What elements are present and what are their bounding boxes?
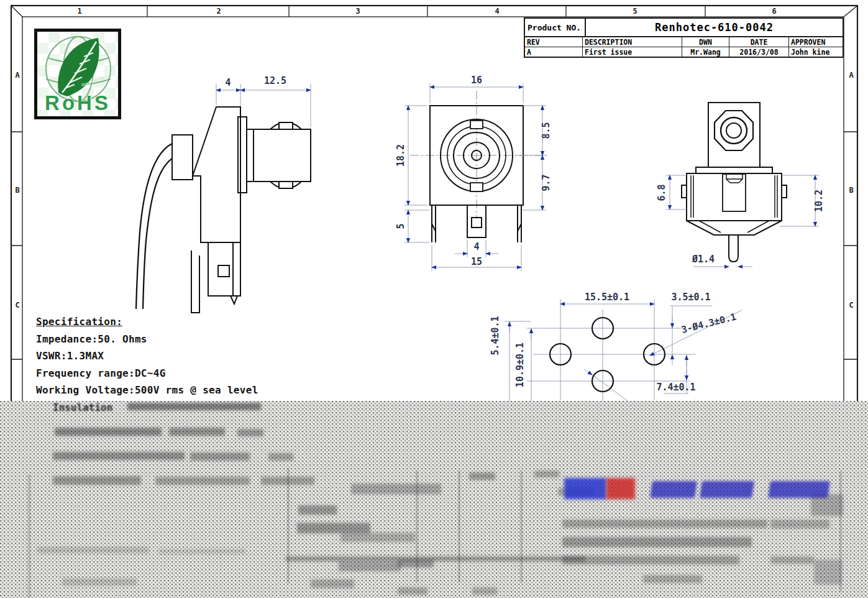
ghost-company-text [768, 481, 830, 498]
specification-block: Specification: Impedance:50. Ohms VSWR:1… [36, 316, 309, 402]
dwn-value: Mr.Wang [682, 47, 729, 57]
approven-value: John kine [789, 47, 843, 57]
header-date: DATE [729, 37, 789, 47]
dim-label-left-outer: 5.4±0.1 [490, 316, 501, 355]
dim-label-10-2: 10.2 [813, 190, 825, 212]
dim-label-18-2: 18.2 [395, 144, 406, 167]
dim-label-12-5: 12.5 [264, 75, 286, 86]
ghost-company-text [650, 481, 697, 498]
drawing-sheet: 1 2 3 4 5 6 A B C A B C Green Product Ro… [0, 0, 868, 598]
grid-col-label: 2 [213, 7, 224, 16]
grid-col-label: 4 [491, 7, 503, 16]
front-view-drawing: 16 18.2 8.5 9.7 5 4 15 [395, 68, 600, 283]
grid-col-label: 3 [352, 7, 363, 16]
product-no-label: Product NO. [525, 19, 586, 36]
header-description: DESCRIPTION [583, 37, 682, 47]
ghost-table-line [286, 556, 585, 561]
dim-label-right-offset: 7.4±0.1 [656, 382, 695, 393]
title-block: Product NO. Renhotec-610-0042 REV DESCRI… [524, 17, 844, 58]
ghost-company-text [700, 481, 754, 498]
dim-label-9-7: 9.7 [541, 174, 552, 191]
dim-label-v-offset: 3.5±0.1 [671, 292, 710, 303]
pcb-layout-drawing: 15.5±0.1 3.5±0.1 5.4±0.1 10.9±0.1 7.4±0.… [491, 289, 752, 410]
product-number: Renhotec-610-0042 [586, 19, 843, 36]
ghost-logo-red [606, 478, 635, 499]
grid-col-label: 1 [74, 7, 85, 16]
bottom-view-drawing: 6.8 10.2 Ø1.4 [652, 93, 857, 280]
dim-label-6-8: 6.8 [656, 184, 667, 201]
grid-row-label: C [846, 301, 857, 310]
header-rev: REV [525, 37, 583, 47]
dim-label-15: 15 [471, 256, 482, 267]
description-value: First issue [583, 47, 682, 57]
grid-row-label: A [846, 71, 857, 80]
dim-label-h-pitch: 15.5±0.1 [585, 292, 629, 303]
spec-line-vswr: VSWR:1.3MAX [36, 350, 309, 362]
corrupted-scan-region: Insulation [0, 401, 868, 598]
dim-label-4-slot: 4 [473, 241, 479, 252]
spec-line-voltage: Working Voltage:500V rms @ sea level [36, 384, 309, 396]
grid-row-label: A [12, 71, 23, 80]
spec-line-frequency: Frequency range:DC~4G [36, 367, 309, 379]
rohs-logo: Green Product RoHS [34, 29, 121, 119]
header-approven: APPROVEN [789, 37, 843, 47]
dim-label-hole-callout: 3-Ø4.3±0.1 [680, 311, 738, 335]
date-value: 2016/3/08 [729, 47, 789, 57]
rohs-wordmark: RoHS [37, 91, 118, 115]
specification-title: Specification: [36, 316, 309, 328]
ghost-table-line [459, 471, 460, 582]
grid-row-label: C [12, 301, 23, 310]
rev-value: A [525, 47, 583, 57]
grid-col-label: 6 [769, 7, 780, 16]
side-view-drawing: 4 12.5 [134, 65, 332, 320]
spec-line-impedance: Impedance:50. Ohms [36, 333, 309, 345]
garbled-spec-word: Insulation [53, 402, 112, 413]
dim-label-8-5: 8.5 [541, 122, 552, 139]
dim-label-16: 16 [471, 75, 482, 86]
ghost-table-line [288, 468, 289, 583]
dim-label-left-inner: 10.9±0.1 [514, 343, 526, 387]
ghost-table-line [521, 471, 522, 582]
header-dwn: DWN [682, 37, 729, 47]
dim-label-5: 5 [395, 223, 406, 229]
ghost-logo-blue [564, 478, 606, 499]
dim-label-4: 4 [225, 77, 231, 88]
grid-row-label: B [12, 186, 23, 195]
grid-col-label: 5 [629, 7, 641, 16]
dim-label-pin-dia: Ø1.4 [692, 254, 715, 265]
